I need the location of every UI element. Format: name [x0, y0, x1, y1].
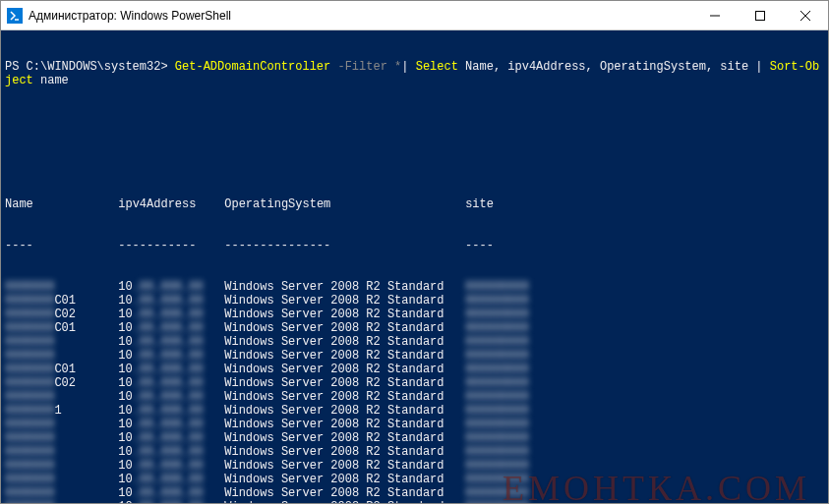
window-controls — [692, 1, 828, 29]
table-header: Name ipv4Address OperatingSystem site — [5, 197, 824, 211]
svg-rect-3 — [756, 11, 765, 20]
maximize-button[interactable] — [738, 1, 783, 29]
cmdlet-name: Get-ADDomainController — [175, 60, 330, 74]
table-row: XXXXXXX 10.XX.XXX.XX Windows Server 2008… — [5, 390, 824, 404]
command-line: PS C:\WINDOWS\system32> Get-ADDomainCont… — [5, 60, 824, 87]
select-cmdlet: Select — [416, 60, 458, 74]
filter-param: -Filter * — [337, 60, 401, 74]
window-title: Администратор: Windows PowerShell — [29, 9, 692, 23]
window-titlebar: Администратор: Windows PowerShell — [1, 1, 828, 30]
ps-prompt: PS C:\WINDOWS\system32> — [5, 60, 175, 74]
col-name: Name — [5, 197, 33, 211]
table-row: XXXXXXXC01 10.XX.XXX.XX Windows Server 2… — [5, 363, 824, 376]
col-os: OperatingSystem — [224, 197, 330, 211]
table-divider: ---- ----------- --------------- ---- — [5, 239, 824, 252]
table-row: XXXXXXXC01 10.XX.XXX.XX Windows Server 2… — [5, 321, 824, 335]
table-row: XXXXXXX 10.XX.XXX.XX Windows Server 2008… — [5, 418, 824, 431]
table-row: XXXXXXX1 10.XX.XXX.XX Windows Server 200… — [5, 404, 824, 418]
table-row: XXXXXXXC01 10.XX.XXX.XX Windows Server 2… — [5, 294, 824, 308]
table-row: XXXXXXX 10.XX.XXX.XX Windows Server 2008… — [5, 280, 824, 294]
table-row: XXXXXXX 10.XX.XXX.XX Windows Server 2008… — [5, 500, 824, 504]
table-row: XXXXXXX 10.XX.XXX.XX Windows Server 2008… — [5, 431, 824, 445]
table-row: XXXXXXXC02 10.XX.XXX.XX Windows Server 2… — [5, 376, 824, 390]
minimize-button[interactable] — [692, 1, 738, 29]
table-row: XXXXXXX 10.XX.XXX.XX Windows Server 2008… — [5, 349, 824, 363]
table-row: XXXXXXX 10.XX.XXX.XX Windows Server 2008… — [5, 473, 824, 486]
table-row: XXXXXXX 10.XX.XXX.XX Windows Server 2008… — [5, 486, 824, 500]
powershell-icon — [7, 8, 23, 24]
close-button[interactable] — [783, 1, 828, 29]
sort-arg: name — [40, 74, 69, 87]
terminal-pane[interactable]: PS C:\WINDOWS\system32> Get-ADDomainCont… — [1, 30, 828, 503]
col-ipv4: ipv4Address — [118, 197, 196, 211]
select-args: Name, ipv4Address, OperatingSystem, site — [465, 60, 748, 74]
col-site: site — [465, 197, 494, 211]
table-row: XXXXXXX 10.XX.XXX.XX Windows Server 2008… — [5, 445, 824, 459]
table-row: XXXXXXX 10.XX.XXX.XX Windows Server 2008… — [5, 335, 824, 349]
table-row: XXXXXXX 10.XX.XXX.XX Windows Server 2008… — [5, 459, 824, 473]
pipe-1: | — [401, 60, 408, 74]
pipe-2: | — [755, 60, 762, 74]
table-row: XXXXXXXC02 10.XX.XXX.XX Windows Server 2… — [5, 308, 824, 321]
